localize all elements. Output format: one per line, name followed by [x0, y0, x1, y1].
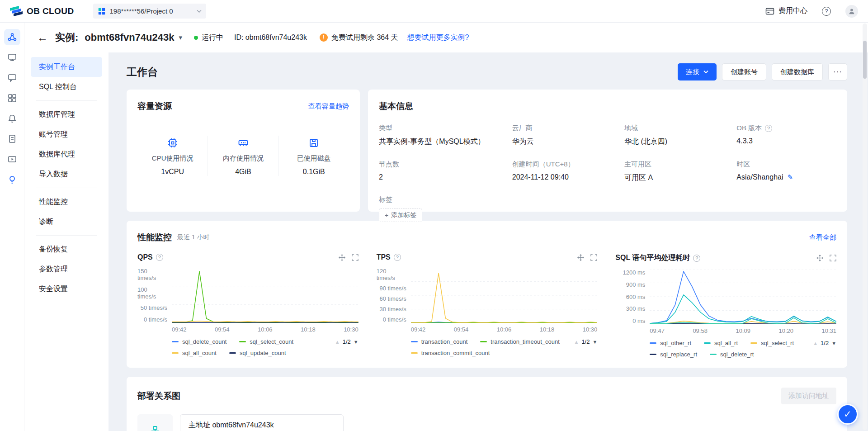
view-all-link[interactable]: 查看全部: [809, 233, 836, 242]
report-icon[interactable]: [4, 131, 20, 147]
person-icon: [848, 7, 856, 15]
sidebar-item[interactable]: 数据库管理: [31, 104, 102, 124]
pan-icon[interactable]: [577, 254, 584, 261]
idea-icon[interactable]: [4, 171, 20, 188]
pan-icon[interactable]: [816, 255, 823, 261]
help-icon[interactable]: ?: [765, 125, 772, 132]
legend-item[interactable]: transaction_timeout_count: [480, 338, 559, 345]
legend-item[interactable]: sql_replace_rt: [650, 351, 697, 358]
legend-pagination: ▲ 1/2 ▼: [574, 338, 597, 345]
legend-item[interactable]: sql_other_rt: [650, 340, 691, 346]
chart-legend: ▲ 1/2 ▼ sql_other_rtsql_all_rtsql_select…: [615, 340, 836, 358]
instance-title-label: 实例:: [55, 31, 78, 44]
legend-page-down-icon[interactable]: ▼: [354, 339, 359, 345]
billing-icon: [765, 7, 774, 16]
legend-item[interactable]: sql_select_count: [239, 338, 293, 345]
sidebar-item[interactable]: SQL 控制台: [31, 77, 102, 97]
billing-center-button[interactable]: 费用中心: [765, 6, 807, 16]
info-field: 节点数2: [379, 160, 505, 183]
legend-item[interactable]: sql_select_rt: [750, 340, 794, 346]
messages-icon[interactable]: [4, 70, 20, 86]
legend-item[interactable]: transaction_count: [411, 338, 468, 345]
info-field: 地域华北 (北京四): [624, 124, 729, 147]
legend-page-down-icon[interactable]: ▼: [831, 341, 836, 346]
pan-icon[interactable]: [339, 254, 345, 261]
memory-metric-value: 4GiB: [208, 168, 278, 176]
legend-row: transaction_commit_count: [411, 350, 566, 356]
legend-swatch: [172, 352, 179, 354]
legend-page-up-icon[interactable]: ▲: [574, 339, 579, 345]
edit-icon[interactable]: ✎: [788, 173, 793, 181]
legend-item[interactable]: transaction_commit_count: [411, 350, 490, 356]
sidebar-item[interactable]: 实例工作台: [31, 57, 102, 77]
sidebar-item[interactable]: 参数管理: [31, 259, 102, 279]
instances-icon[interactable]: [4, 29, 20, 45]
info-field-label: 主可用区: [624, 160, 729, 169]
user-avatar[interactable]: [845, 5, 858, 18]
project-selector[interactable]: 198******56/Project 0: [93, 4, 206, 19]
deployment-diagram: 代理 主地址 obmt68fvn74u243k 读写模式： 可读可写，默认读主，…: [137, 414, 836, 431]
proxy-node[interactable]: 代理: [137, 414, 173, 431]
basic-info-card: 基本信息 类型共享实例-事务型（MySQL模式）云厂商华为云地域华北 (北京四)…: [368, 90, 847, 212]
info-field-label: OB 版本?: [736, 124, 836, 133]
sidebar-item[interactable]: 诊断: [31, 212, 102, 232]
primary-address-node[interactable]: 主地址 obmt68fvn74u243k 读写模式： 可读可写，默认读主，提供强…: [180, 414, 344, 431]
legend-label: sql_all_rt: [714, 340, 738, 346]
chart-title: QPS: [137, 253, 153, 261]
info-field-value: 2: [379, 173, 505, 181]
y-axis-tick: 60 times/s: [379, 295, 406, 302]
fullscreen-icon[interactable]: [352, 254, 359, 261]
floating-action-button[interactable]: ✓: [837, 404, 858, 425]
more-actions-button[interactable]: ···: [828, 63, 847, 81]
monitor-icon[interactable]: [4, 49, 20, 66]
legend-page-down-icon[interactable]: ▼: [592, 339, 597, 345]
tps-plot[interactable]: [411, 268, 598, 323]
sidebar-item[interactable]: 数据库代理: [31, 144, 102, 164]
info-field-label: 创建时间（UTC+8）: [512, 160, 617, 169]
apps-icon[interactable]: [4, 90, 20, 106]
legend-page-up-icon[interactable]: ▲: [813, 341, 818, 346]
help-icon[interactable]: ?: [156, 254, 163, 261]
back-button[interactable]: ←: [37, 31, 48, 44]
performance-card: 性能监控 最近 1 小时 查看全部 QPS ?: [127, 221, 847, 368]
alerts-icon[interactable]: [4, 110, 20, 127]
page-scrollbar[interactable]: [863, 24, 867, 430]
sql-rt-plot[interactable]: [650, 269, 836, 324]
help-icon[interactable]: ?: [822, 7, 831, 16]
legend-item[interactable]: sql_delete_count: [172, 338, 226, 345]
tags-label: 标签: [379, 195, 836, 204]
cpu-metric-value: 1vCPU: [137, 168, 208, 176]
sidebar-item[interactable]: 备份恢复: [31, 239, 102, 259]
connect-button[interactable]: 连接: [678, 63, 717, 81]
fullscreen-icon[interactable]: [830, 255, 836, 261]
create-account-button[interactable]: 创建账号: [722, 63, 766, 81]
page-scrollbar-thumb[interactable]: [863, 41, 867, 79]
sidebar-item[interactable]: 性能监控: [31, 192, 102, 212]
legend-item[interactable]: sql_all_rt: [704, 340, 738, 346]
info-field-value: Asia/Shanghai✎: [736, 173, 836, 181]
help-icon[interactable]: ?: [394, 254, 401, 261]
legend-page-up-icon[interactable]: ▲: [335, 339, 340, 345]
create-database-button[interactable]: 创建数据库: [772, 63, 823, 81]
fullscreen-icon[interactable]: [590, 254, 597, 261]
legend-item[interactable]: sql_update_count: [229, 350, 286, 356]
tutorial-icon[interactable]: [4, 151, 20, 167]
legend-swatch: [650, 342, 656, 344]
instance-switch-caret-icon[interactable]: ▾: [179, 33, 182, 42]
legend-item[interactable]: sql_all_count: [172, 350, 217, 356]
cpu-metric-label: CPU使用情况: [137, 154, 208, 163]
qps-plot[interactable]: [172, 268, 359, 323]
deployment-title: 部署关系图: [137, 390, 180, 402]
trial-more-link[interactable]: 想要试用更多实例?: [407, 33, 469, 43]
sidebar-item[interactable]: 账号管理: [31, 124, 102, 144]
y-axis: 150 times/s100 times/s50 times/s0 times/…: [137, 268, 172, 323]
sidebar-item[interactable]: 安全设置: [31, 279, 102, 299]
add-address-button[interactable]: 添加访问地址: [781, 388, 836, 404]
warning-icon: !: [320, 33, 328, 42]
help-icon[interactable]: ?: [693, 255, 700, 262]
capacity-trend-link[interactable]: 查看容量趋势: [308, 102, 349, 111]
legend-label: transaction_count: [421, 338, 468, 345]
legend-item[interactable]: sql_delete_rt: [710, 351, 754, 358]
add-tag-button[interactable]: + 添加标签: [379, 208, 422, 222]
sidebar-item[interactable]: 导入数据: [31, 164, 102, 184]
